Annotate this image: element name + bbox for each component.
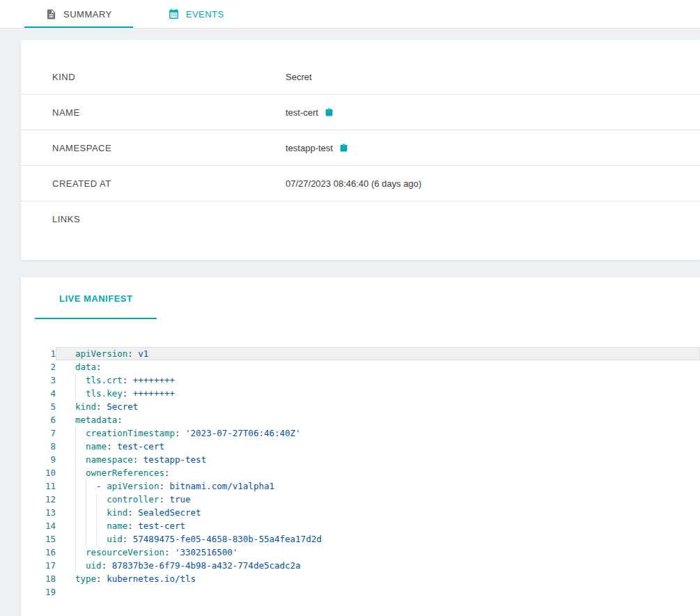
yaml-punct: : — [123, 375, 133, 385]
code-line-content: kind: SealedSecret — [56, 506, 700, 519]
indent-guide — [75, 440, 86, 453]
summary-row-value: 07/27/2023 08:46:40 (6 days ago) — [286, 178, 421, 189]
code-line-content: kind: Secret — [56, 400, 700, 413]
summary-row-label: NAMESPACE — [52, 143, 286, 153]
code-line: 14name: test-cert — [21, 519, 700, 532]
line-number: 9 — [21, 453, 56, 466]
code-line-content: tls.crt: ++++++++ — [56, 374, 700, 387]
yaml-punct: : — [175, 428, 185, 438]
code-line: 15uid: 57489475-fe05-4658-830b-55a4fea17… — [21, 532, 700, 546]
indent-guide — [96, 519, 107, 532]
calendar-icon — [168, 8, 180, 20]
code-line-content: - apiVersion: bitnami.com/v1alpha1 — [56, 479, 700, 493]
summary-row-value: test-cert — [286, 107, 334, 118]
code-line-content: resourceVersion: '3302516500' — [56, 546, 700, 559]
line-number: 15 — [21, 532, 56, 546]
yaml-punct: : — [102, 560, 112, 571]
summary-row: NAMESPACEtestapp-test — [21, 130, 700, 166]
yaml-punct: : — [127, 507, 138, 518]
indent-guide — [75, 559, 86, 572]
yaml-value: true — [169, 494, 190, 505]
summary-row-label: NAME — [52, 107, 286, 118]
yaml-key: name — [86, 441, 107, 452]
yaml-value: test-cert — [117, 441, 164, 452]
yaml-key: ownerReferences — [86, 468, 164, 478]
line-number: 12 — [21, 493, 56, 506]
line-number: 14 — [21, 519, 56, 532]
line-number: 1 — [21, 347, 56, 360]
yaml-value: testapp-test — [143, 454, 206, 465]
yaml-value: bitnami.com/v1alpha1 — [169, 481, 274, 491]
summary-card: KINDSecretNAMEtest-certNAMESPACEtestapp-… — [21, 40, 700, 260]
indent-guide — [86, 479, 96, 493]
yaml-key: uid — [86, 560, 102, 571]
indent-guide — [75, 426, 86, 440]
code-line: 5kind: Secret — [21, 400, 700, 413]
indent-guide — [75, 519, 86, 532]
manifest-tab-bar: LIVE MANIFEST — [21, 277, 700, 319]
code-line: 2data: — [21, 360, 700, 374]
line-number: 4 — [21, 387, 56, 400]
yaml-key: data — [75, 362, 96, 372]
summary-row-label: CREATED AT — [52, 178, 286, 189]
summary-row: CREATED AT07/27/2023 08:46:40 (6 days ag… — [21, 166, 700, 201]
yaml-key: apiVersion — [75, 348, 127, 359]
summary-row-label: LINKS — [52, 214, 286, 224]
line-number: 2 — [21, 360, 56, 374]
tab-bar: SUMMARY EVENTS — [0, 0, 700, 29]
code-line: 11- apiVersion: bitnami.com/v1alpha1 — [21, 479, 700, 493]
tab-events[interactable]: EVENTS — [147, 0, 245, 28]
tab-events-label: EVENTS — [186, 9, 224, 20]
yaml-punct: : — [107, 441, 117, 452]
summary-value-text: Secret — [286, 72, 312, 82]
yaml-punct: : — [96, 362, 102, 372]
yaml-value: 57489475-fe05-4658-830b-55a4fea17d2d — [133, 534, 322, 544]
line-number: 7 — [21, 426, 56, 440]
indent-guide — [75, 374, 86, 387]
yaml-punct: : — [96, 401, 107, 412]
code-line-content: ownerReferences: — [56, 466, 700, 479]
yaml-key: name — [107, 521, 127, 531]
code-line: 12controller: true — [21, 493, 700, 506]
line-number: 13 — [21, 506, 56, 519]
yaml-editor[interactable]: 1apiVersion: v12data:3tls.crt: ++++++++4… — [21, 347, 700, 599]
code-line: 3tls.crt: ++++++++ — [21, 374, 700, 387]
code-line: 8name: test-cert — [21, 440, 700, 453]
yaml-value: '2023-07-27T06:46:40Z' — [185, 428, 301, 438]
summary-row-value: testapp-test — [286, 143, 348, 153]
yaml-punct: : — [133, 454, 143, 465]
summary-rows: KINDSecretNAMEtest-certNAMESPACEtestapp-… — [21, 59, 700, 237]
tab-live-manifest[interactable]: LIVE MANIFEST — [35, 277, 157, 319]
code-line-content: type: kubernetes.io/tls — [56, 572, 700, 585]
tab-summary[interactable]: SUMMARY — [24, 0, 133, 28]
summary-value-text: testapp-test — [286, 143, 333, 153]
code-line: 10ownerReferences: — [21, 466, 700, 479]
line-number: 10 — [21, 466, 56, 479]
indent-guide — [75, 479, 86, 493]
yaml-value: 87837b3e-6f79-4b98-a432-774de5cadc2a — [112, 560, 301, 571]
yaml-key: apiVersion — [107, 481, 159, 491]
code-line: 13kind: SealedSecret — [21, 506, 700, 519]
indent-guide — [75, 546, 86, 559]
summary-row: KINDSecret — [21, 59, 700, 95]
summary-row: NAMEtest-cert — [21, 95, 700, 130]
code-line-content: apiVersion: v1 — [56, 347, 700, 360]
summary-row-value: Secret — [286, 72, 312, 82]
yaml-punct: : — [117, 415, 123, 425]
indent-guide — [96, 493, 107, 506]
yaml-key: resourceVersion — [86, 547, 164, 557]
yaml-punct: : — [127, 521, 138, 531]
yaml-key: tls.crt — [86, 375, 123, 385]
code-line-content: name: test-cert — [56, 519, 700, 532]
code-line-content: uid: 87837b3e-6f79-4b98-a432-774de5cadc2… — [56, 559, 700, 572]
indent-guide — [75, 532, 86, 546]
yaml-value: kubernetes.io/tls — [107, 573, 196, 584]
yaml-key: controller — [107, 494, 159, 505]
copy-icon[interactable] — [339, 143, 348, 153]
code-line: 16resourceVersion: '3302516500' — [21, 546, 700, 559]
yaml-punct: - — [96, 481, 107, 491]
line-number: 5 — [21, 400, 56, 413]
line-number: 17 — [21, 559, 56, 572]
indent-guide — [86, 506, 96, 519]
copy-icon[interactable] — [325, 107, 334, 118]
